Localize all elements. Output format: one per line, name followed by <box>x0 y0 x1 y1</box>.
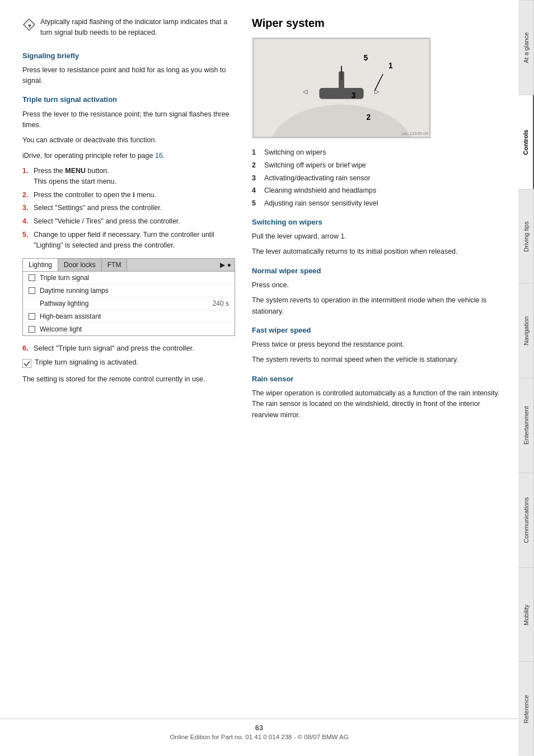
svg-rect-2 <box>22 359 31 368</box>
step-6-item: 6. Select "Triple turn signal" and press… <box>22 344 235 352</box>
svg-text:5: 5 <box>364 53 368 62</box>
svg-text:3: 3 <box>352 91 356 100</box>
lighting-menu-box: Lighting Door locks FTM ▶ ● Triple turn … <box>22 258 235 336</box>
fast-wiper-para1: Press twice or press beyond the resistan… <box>252 339 502 350</box>
menu-header: Lighting Door locks FTM ▶ ● <box>23 259 235 272</box>
menu-item-pathway: Pathway lighting 240 s <box>23 297 235 310</box>
menu-item-welcome: Welcome light <box>23 323 235 335</box>
indicator-icon <box>22 18 36 31</box>
normal-wiper-section: Normal wiper speed Press once. The syste… <box>252 265 502 317</box>
menu-tab-arrows: ▶ ● <box>217 259 235 271</box>
svg-text:◁: ◁ <box>303 88 308 95</box>
menu-item-daytime: Daytime running lamps <box>23 284 235 297</box>
menu-tab-doorlocks: Door locks <box>58 259 102 271</box>
step-2: 2. Press the controller to open the i me… <box>22 190 235 200</box>
wiper-heading: Wiper system <box>252 17 502 30</box>
side-tabs-nav: At a glance Controls Driving tips Naviga… <box>518 0 534 756</box>
wiper-diagram: 5 1 3 2 ◁ ▷ pic-12345-06 <box>252 38 431 138</box>
fast-wiper-section: Fast wiper speed Press twice or press be… <box>252 325 502 366</box>
wiper-item-3: 3 Activating/deactivating rain sensor <box>252 173 502 184</box>
tab-mobility[interactable]: Mobility <box>518 567 534 662</box>
menu-item-highbeam: High-beam assistant <box>23 310 235 323</box>
rain-sensor-para1: The wiper operation is controlled automa… <box>252 388 502 421</box>
wiper-item-2: 2 Switching off wipers or brief wipe <box>252 160 502 171</box>
checkbox-daytime <box>29 287 35 294</box>
signaling-briefly-heading: Signaling briefly <box>22 50 235 62</box>
step-6-block: 6. Select "Triple turn signal" and press… <box>22 344 235 352</box>
tab-reference[interactable]: Reference <box>518 661 534 756</box>
switching-on-para1: Pull the lever upward, arrow 1. <box>252 231 502 242</box>
signaling-briefly-text: Press lever to resistance point and hold… <box>22 65 235 87</box>
svg-text:1: 1 <box>388 61 393 70</box>
indicator-note-block: Atypically rapid flashing of the indicat… <box>22 17 235 38</box>
triple-activation-section: Triple turn signal activation Press the … <box>22 94 235 385</box>
svg-text:2: 2 <box>367 113 371 122</box>
wiper-item-4: 4 Cleaning windshield and headlamps <box>252 185 502 196</box>
final-note: The setting is stored for the remote con… <box>22 374 235 385</box>
wiper-item-5: 5 Adjusting rain sensor sensitivity leve… <box>252 198 502 209</box>
triple-para1: Press the lever to the resistance point;… <box>22 109 235 131</box>
rain-sensor-heading: Rain sensor <box>252 374 502 385</box>
fast-wiper-para2: The system reverts to normal speed when … <box>252 354 502 365</box>
step6-confirmation: Triple turn signaling is activated. <box>22 358 235 370</box>
tab-at-a-glance[interactable]: At a glance <box>518 0 534 95</box>
step-3: 3. Select "Settings" and press the contr… <box>22 203 235 213</box>
step-4: 4. Select "Vehicle / Tires" and press th… <box>22 216 235 227</box>
tab-navigation[interactable]: Navigation <box>518 283 534 378</box>
normal-wiper-heading: Normal wiper speed <box>252 265 502 277</box>
triple-para2: You can activate or deactivate this func… <box>22 135 235 146</box>
page-footer: 63 Online Edition for Part no. 01 41 0 0… <box>0 718 518 740</box>
switching-on-para2: The lever automatically returns to its i… <box>252 246 502 257</box>
menu-tab-lighting: Lighting <box>23 259 58 271</box>
svg-text:pic-12345-06: pic-12345-06 <box>402 131 429 136</box>
step-1: 1. Press the MENU button.This opens the … <box>22 166 235 187</box>
checkbox-triple <box>29 274 35 281</box>
checkbox-highbeam <box>29 313 35 320</box>
tab-communications[interactable]: Communications <box>518 473 534 567</box>
switching-on-section: Switching on wipers Pull the lever upwar… <box>252 217 502 258</box>
tab-entertainment[interactable]: Entertainment <box>518 378 534 473</box>
signaling-briefly-section: Signaling briefly Press lever to resista… <box>22 50 235 87</box>
normal-wiper-para1: Press once. <box>252 280 502 291</box>
tab-controls[interactable]: Controls <box>518 95 534 189</box>
wiper-item-1: 1 Switching on wipers <box>252 147 502 158</box>
checkmark-icon <box>22 359 31 370</box>
normal-wiper-para2: The system reverts to operation in the i… <box>252 295 502 317</box>
idrive-link[interactable]: 16 <box>155 152 163 160</box>
page-number: 63 <box>0 724 518 732</box>
triple-steps-list: 1. Press the MENU button.This opens the … <box>22 166 235 250</box>
svg-marker-1 <box>28 25 31 28</box>
wiper-items-list: 1 Switching on wipers 2 Switching off wi… <box>252 147 502 209</box>
menu-item-triple: Triple turn signal <box>23 272 235 284</box>
fast-wiper-heading: Fast wiper speed <box>252 325 502 336</box>
tab-driving-tips[interactable]: Driving tips <box>518 189 534 284</box>
svg-text:▷: ▷ <box>374 88 380 95</box>
rain-sensor-section: Rain sensor The wiper operation is contr… <box>252 374 502 421</box>
triple-activation-heading: Triple turn signal activation <box>22 94 235 105</box>
indicator-note-text: Atypically rapid flashing of the indicat… <box>40 17 235 38</box>
switching-on-heading: Switching on wipers <box>252 217 502 228</box>
step-5: 5. Change to upper field if necessary. T… <box>22 230 235 251</box>
triple-para3: iDrive, for operating principle refer to… <box>22 151 235 161</box>
menu-tab-ftm: FTM <box>102 259 128 271</box>
checkbox-welcome <box>29 326 35 333</box>
copyright-text: Online Edition for Part no. 01 41 0 014 … <box>170 734 348 740</box>
